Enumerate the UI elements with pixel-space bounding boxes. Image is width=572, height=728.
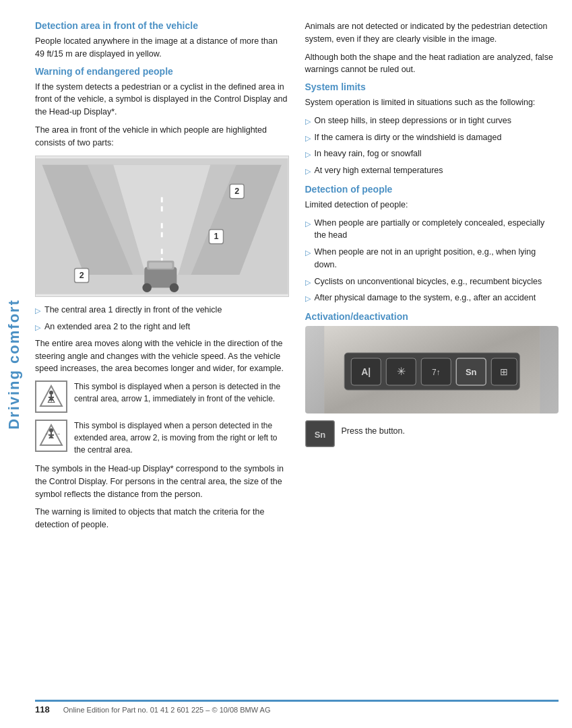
section3-title: System limits [305,81,559,92]
bullet-arrow: ▷ [305,218,311,242]
svg-rect-9 [149,263,172,269]
press-button-text: Press the button. [342,425,406,438]
warning-icon-2: ← → [35,420,67,452]
section4-title: Detection of people [305,184,559,195]
list-item: ▷If the camera is dirty or the windshiel… [305,131,559,144]
section2-title: Warning of endangered people [35,66,289,77]
bullet-arrow: ▷ [305,116,311,127]
limit-text: At very high external temperatures [315,164,443,177]
svg-text:7↑: 7↑ [431,368,440,377]
main-content: Detection area in front of the vehicle P… [28,0,572,728]
sidebar: Driving comfort [0,0,28,728]
bullet-arrow: ▷ [305,149,311,160]
bullet-arrow: ▷ [305,247,311,271]
svg-text:⊞: ⊞ [500,366,508,377]
section1-text: People located anywhere in the image at … [35,35,289,61]
svg-text:←: ← [44,431,50,437]
warning-icon-1: ⚠ [35,380,67,413]
svg-text:1: 1 [214,232,218,241]
bullet2-text: An extended area 2 to the right and left [44,321,190,333]
bullet2-arrow: ▷ [35,322,40,333]
section2-text2: The area in front of the vehicle in whic… [35,124,289,150]
page-number: 118 [35,704,50,715]
list-item: ▷On steep hills, in steep depressions or… [305,114,559,127]
press-button-row: Sn Press the button. [305,420,559,447]
sidebar-label: Driving comfort [5,299,23,430]
footer: 118 Online Edition for Part no. 01 41 2 … [35,700,559,715]
detection-limit-text: Cyclists on unconventional bicycles, e.g… [315,275,542,288]
svg-text:→: → [55,431,61,437]
limits-list: ▷On steep hills, in steep depressions or… [305,114,559,177]
bullet2-item: ▷ An extended area 2 to the right and le… [35,321,289,333]
detection-limit-text: When people are partially or completely … [315,217,559,242]
list-item: ▷At very high external temperatures [305,164,559,177]
section4-intro: Limited detection of people: [305,199,559,211]
bullet1-item: ▷ The central area 1 directly in front o… [35,304,289,317]
small-button-icon: Sn [305,420,335,447]
warning2-text: This symbol is displayed when a person d… [74,420,289,456]
list-item: ▷Cyclists on unconventional bicycles, e.… [305,275,559,288]
text3: The entire area moves along with the veh… [35,337,289,375]
panel-svg: A| ✳ 7↑ Sn ⊞ [305,326,559,413]
svg-text:2: 2 [80,271,84,280]
list-item: ▷When people are not in an upright posit… [305,246,559,271]
detection-limit-text: When people are not in an upright positi… [315,246,559,271]
bullet-arrow: ▷ [305,293,311,304]
bullet-arrow: ▷ [305,166,311,177]
bullet1-arrow: ▷ [35,305,40,317]
section1-title: Detection area in front of the vehicle [35,20,289,31]
svg-text:Sn: Sn [465,367,476,377]
two-col-layout: Detection area in front of the vehicle P… [35,20,559,686]
right-text1: Animals are not detected or indicated by… [305,20,559,46]
page-container: Driving comfort Detection area in front … [0,0,572,728]
svg-point-20 [49,391,53,395]
limit-text: On steep hills, in steep depressions or … [315,114,512,127]
svg-text:✳: ✳ [396,366,405,377]
col-right: Animals are not detected or indicated by… [305,20,559,686]
svg-text:A|: A| [361,366,371,377]
bullet1-text: The central area 1 directly in front of … [44,304,222,317]
col-left: Detection area in front of the vehicle P… [35,20,289,686]
right-text2: Although both the shape and the heat rad… [305,51,559,77]
footer-text: Online Edition for Part no. 01 41 2 601 … [63,706,271,714]
list-item: ▷When people are partially or completely… [305,217,559,242]
list-item: ▷In heavy rain, fog or snowfall [305,147,559,160]
button-panel: A| ✳ 7↑ Sn ⊞ [305,326,559,413]
limit-text: In heavy rain, fog or snowfall [315,147,422,160]
warning-box-1: ⚠ This symbol is displayed when a person… [35,380,289,413]
section3-intro: System operation is limited in situation… [305,96,559,109]
svg-text:2: 2 [234,187,239,196]
detection-limit-text: After physical damage to the system, e.g… [315,292,536,304]
svg-point-11 [170,284,179,292]
svg-text:Sn: Sn [314,430,325,440]
text5: The warning is limited to objects that m… [35,506,289,531]
section5-title: Activation/deactivation [305,311,559,322]
section2-text1: If the system detects a pedestrian or a … [35,81,289,119]
limit-text: If the camera is dirty or the windshield… [315,131,502,144]
svg-point-10 [142,284,151,292]
bullet-arrow: ▷ [305,277,311,288]
list-item: ▷After physical damage to the system, e.… [305,292,559,304]
bullet-arrow: ▷ [305,133,311,144]
warning1-text: This symbol is displayed when a person i… [74,380,289,405]
diagram-svg: 1 2 2 [36,156,288,296]
car-diagram: 1 2 2 [35,156,289,297]
detection-list: ▷When people are partially or completely… [305,217,559,305]
warning-box-2: ← → This symbol is displayed when a pers… [35,420,289,456]
text4: The symbols in the Head-up Display* corr… [35,463,289,500]
